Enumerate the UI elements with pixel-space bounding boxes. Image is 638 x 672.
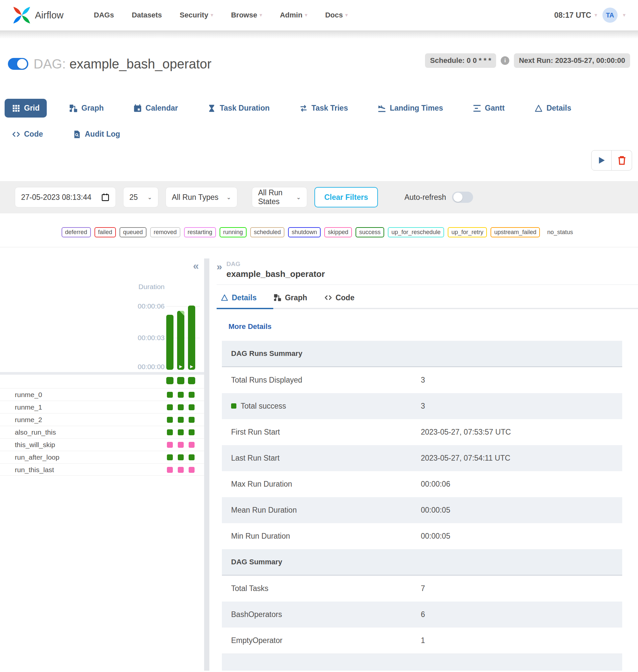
auto-refresh-toggle[interactable]	[452, 191, 473, 203]
tab-code[interactable]: Code	[5, 125, 50, 144]
clear-filters-button[interactable]: Clear Filters	[314, 187, 378, 207]
nav-item-browse[interactable]: Browse▾	[231, 11, 263, 19]
tab-audit-log[interactable]: Audit Log	[66, 125, 128, 144]
trigger-dag-button[interactable]	[591, 150, 612, 171]
legend-skipped[interactable]: skipped	[324, 227, 352, 237]
task-cell	[166, 467, 173, 473]
tab-task-tries[interactable]: Task Tries	[292, 99, 355, 118]
clock-dropdown[interactable]: 08:17 UTC ▾	[554, 11, 597, 20]
task-instance-square-success[interactable]	[189, 429, 195, 435]
task-instance-square-success[interactable]	[178, 392, 184, 398]
landing-icon	[377, 104, 386, 113]
task-instance-square-skipped[interactable]	[167, 442, 173, 448]
task-name-run_this_last[interactable]: run_this_last	[15, 466, 54, 473]
task-name-runme_2[interactable]: runme_2	[15, 416, 42, 423]
base-date-input[interactable]: 27-05-2023 08:13:44	[15, 187, 116, 207]
info-icon[interactable]: i	[501, 56, 509, 65]
tab-grid[interactable]: Grid	[5, 99, 47, 118]
legend-success[interactable]: success	[355, 227, 384, 237]
legend-running[interactable]: running	[220, 227, 247, 237]
dag-run-square-success[interactable]	[166, 377, 173, 384]
task-instance-square-skipped[interactable]	[167, 467, 173, 473]
task-instance-square-success[interactable]	[189, 404, 195, 410]
task-instance-square-success[interactable]	[189, 392, 195, 398]
legend-no_status[interactable]: no_status	[543, 227, 576, 237]
navbar-shadow	[0, 31, 638, 39]
nav-item-docs[interactable]: Docs▾	[325, 11, 348, 19]
task-name-runme_1[interactable]: runme_1	[15, 403, 42, 411]
tab-task-duration[interactable]: Task Duration	[200, 99, 277, 118]
task-instance-square-skipped[interactable]	[189, 442, 195, 448]
task-name-run_after_loop[interactable]: run_after_loop	[15, 453, 59, 461]
panel-resizer[interactable]	[204, 258, 209, 671]
more-details-link[interactable]: More Details	[229, 322, 272, 331]
nav-item-label: Datasets	[132, 11, 162, 19]
legend-upstream_failed[interactable]: upstream_failed	[490, 227, 540, 237]
task-instance-square-success[interactable]	[167, 454, 173, 460]
row-label-text: Total Runs Displayed	[231, 376, 302, 385]
task-instance-square-success[interactable]	[167, 417, 173, 423]
legend-restarting[interactable]: restarting	[184, 227, 216, 237]
dag-pause-toggle[interactable]	[8, 58, 28, 70]
nav-item-dags[interactable]: DAGs	[94, 11, 114, 19]
task-instance-square-success[interactable]	[178, 417, 184, 423]
task-instance-square-success[interactable]	[167, 404, 173, 410]
caret-down-icon[interactable]: ▾	[623, 13, 625, 18]
details-icon	[221, 294, 229, 302]
task-instance-square-skipped[interactable]	[178, 467, 184, 473]
avatar[interactable]: TA	[602, 7, 618, 23]
calendar-icon	[133, 104, 142, 113]
gantt-icon	[473, 104, 481, 113]
chevrons-right-icon[interactable]: »	[217, 261, 222, 279]
task-instance-square-success[interactable]	[189, 454, 195, 460]
table-row: EmptyOperator1	[222, 627, 622, 654]
legend-up_for_reschedule[interactable]: up_for_reschedule	[388, 227, 444, 237]
graph-icon	[69, 104, 78, 113]
dag-run-bar[interactable]	[166, 315, 173, 370]
task-instance-square-skipped[interactable]	[189, 467, 195, 473]
task-instance-square-skipped[interactable]	[178, 442, 184, 448]
tab-graph[interactable]: Graph	[62, 99, 111, 118]
dag-run-bar[interactable]: ▶	[188, 305, 195, 370]
dag-run-bar[interactable]: ▶	[177, 311, 184, 370]
dag-run-square-success[interactable]	[177, 377, 184, 384]
clock-label: 08:17 UTC	[554, 11, 591, 20]
run-cell	[188, 377, 195, 384]
tab-label: Task Tries	[312, 104, 348, 113]
chevrons-left-icon[interactable]: «	[193, 261, 199, 271]
tab-calendar[interactable]: Calendar	[126, 99, 185, 118]
task-instance-square-success[interactable]	[167, 392, 173, 398]
legend-queued[interactable]: queued	[119, 227, 147, 237]
legend-shutdown[interactable]: shutdown	[288, 227, 321, 237]
legend-deferred[interactable]: deferred	[62, 227, 91, 237]
task-instance-square-success[interactable]	[189, 417, 195, 423]
num-runs-select[interactable]: 25 ⌄	[123, 187, 158, 207]
tab-landing-times[interactable]: Landing Times	[370, 99, 450, 118]
legend-failed[interactable]: failed	[95, 227, 116, 237]
grid-panel: « Duration 00:00:0600:00:0300:00:00 ▶▶ r…	[0, 258, 204, 671]
tab-details[interactable]: Details	[527, 99, 578, 118]
task-instance-square-success[interactable]	[178, 454, 184, 460]
legend-scheduled[interactable]: scheduled	[250, 227, 284, 237]
nav-item-admin[interactable]: Admin▾	[280, 11, 307, 19]
task-instance-square-success[interactable]	[178, 404, 184, 410]
task-name-runme_0[interactable]: runme_0	[15, 391, 42, 398]
task-name-this_will_skip[interactable]: this_will_skip	[15, 441, 55, 449]
task-instance-square-success[interactable]	[167, 429, 173, 435]
task-name-also_run_this[interactable]: also_run_this	[15, 429, 56, 436]
legend-removed[interactable]: removed	[150, 227, 180, 237]
task-instance-square-success[interactable]	[178, 429, 184, 435]
airflow-logo[interactable]: Airflow	[13, 6, 64, 24]
run-types-select[interactable]: All Run Types ⌄	[166, 187, 237, 207]
nav-item-datasets[interactable]: Datasets	[132, 11, 162, 19]
detail-tab-graph[interactable]: Graph	[273, 293, 307, 302]
dag-run-square-success[interactable]	[188, 377, 195, 384]
detail-tab-code[interactable]: Code	[324, 293, 355, 302]
legend-up_for_retry[interactable]: up_for_retry	[448, 227, 487, 237]
detail-tab-details[interactable]: Details	[221, 293, 256, 302]
task-cell	[177, 404, 184, 410]
tab-gantt[interactable]: Gantt	[466, 99, 512, 118]
nav-item-security[interactable]: Security▾	[180, 11, 213, 19]
run-states-select[interactable]: All Run States ⌄	[252, 187, 307, 207]
delete-dag-button[interactable]	[612, 150, 632, 171]
